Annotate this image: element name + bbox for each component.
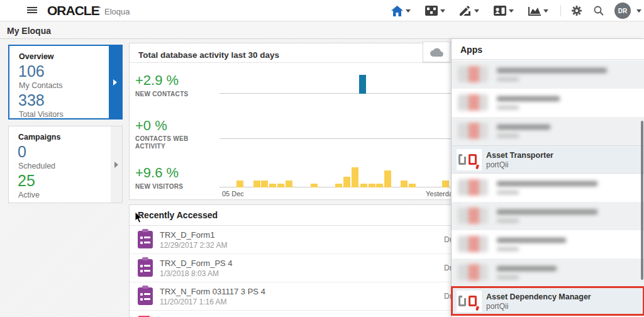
chevron-down-icon — [543, 9, 548, 13]
settings-gear-icon[interactable] — [568, 6, 586, 16]
overview-card[interactable]: Overview 106 My Contacts 338 Total Visit… — [8, 45, 123, 120]
x-axis-start-label: 05 Dec — [222, 190, 244, 197]
my-contacts-value[interactable]: 106 — [9, 61, 121, 79]
new-visitors-change: +9.6 % — [135, 165, 179, 181]
compose-icon — [460, 6, 472, 16]
app-name: Asset Transporter — [486, 151, 553, 160]
campaigns-expand-button[interactable] — [111, 126, 122, 203]
analytics-menu[interactable] — [523, 6, 553, 16]
cloud-icon — [430, 48, 443, 57]
chart-bar — [343, 177, 350, 187]
app-list-item-redacted[interactable] — [452, 117, 644, 145]
divider — [560, 5, 561, 16]
app-icon — [458, 236, 488, 252]
form-icon — [138, 231, 153, 248]
campaigns-card[interactable]: Campaigns 0 Scheduled 25 Active — [8, 126, 123, 203]
app-list-item-redacted[interactable] — [452, 89, 644, 117]
portqii-logo-icon — [457, 291, 482, 312]
item-timestamp: 1/3/2018 8:03 AM — [160, 269, 219, 278]
total-visitors-value[interactable]: 338 — [9, 90, 121, 108]
chart-bar — [401, 181, 408, 187]
chart-bar — [253, 181, 260, 187]
chart-bar — [384, 170, 391, 187]
app-vendor: portQii — [486, 302, 508, 311]
oracle-logo: ORACLE’ — [47, 3, 100, 18]
chart-bar — [335, 184, 342, 187]
app-icon — [458, 264, 488, 281]
home-icon — [391, 6, 403, 16]
web-activity-change: +0 % — [135, 118, 167, 134]
active-value[interactable]: 25 — [9, 170, 122, 189]
new-contacts-change: +2.9 % — [135, 72, 179, 89]
app-list-item-redacted[interactable] — [452, 202, 644, 230]
scheduled-label: Scheduled — [9, 160, 122, 170]
new-contacts-label: NEW CONTACTS — [135, 91, 214, 98]
cloud-sync-button[interactable] — [423, 42, 450, 62]
arrow-right-icon — [114, 162, 118, 168]
portqii-logo-icon — [457, 149, 482, 170]
product-name: Eloqua — [104, 7, 130, 16]
apps-list: Asset TransporterportQiiAsset Dependency… — [452, 60, 644, 315]
assets-menu[interactable] — [489, 6, 519, 16]
search-icon[interactable] — [590, 6, 608, 16]
compose-menu[interactable] — [455, 6, 484, 16]
item-name: TRX_D_Form_PS 4 — [160, 259, 233, 268]
app-icon — [458, 179, 488, 196]
total-visitors-label: Total Visitors — [9, 108, 121, 119]
chart-bar — [376, 184, 383, 187]
chart-bar — [277, 184, 284, 187]
form-icon — [138, 259, 153, 277]
campaigns-icon — [425, 6, 438, 16]
overview-expand-button[interactable] — [109, 46, 121, 118]
chart-bar — [352, 167, 358, 187]
scrollbar-thumb[interactable] — [641, 121, 643, 280]
page-title: My Eloqua — [0, 22, 644, 36]
home-menu[interactable] — [386, 6, 416, 16]
web-activity-label: CONTACTS WEB ACTIVITY — [135, 135, 214, 150]
active-label: Active — [9, 189, 122, 199]
item-timestamp: 11/20/2017 1:16 AM — [160, 298, 227, 306]
arrow-right-icon — [113, 79, 117, 86]
app-icon — [458, 66, 488, 82]
page-title-bar: My Eloqua — [0, 22, 644, 39]
chart-bar — [261, 181, 268, 187]
chevron-down-icon — [440, 9, 445, 13]
new-visitors-label: NEW VISITORS — [135, 183, 214, 191]
scheduled-value[interactable]: 0 — [9, 142, 122, 160]
chart-bar — [236, 181, 243, 187]
app-icon — [458, 208, 488, 224]
eloqua-dashboard: ORACLE’ Eloqua — [0, 0, 644, 317]
app-name: Asset Dependency Manager — [486, 292, 591, 301]
user-avatar[interactable]: DR — [614, 3, 631, 19]
form-icon — [138, 287, 153, 305]
app-list-item-redacted[interactable] — [452, 230, 644, 259]
app-vendor: portQii — [486, 160, 508, 169]
app-list-item-redacted[interactable] — [452, 259, 644, 287]
chart-bar — [369, 184, 375, 187]
apps-panel: Apps Asset TransporterportQiiAsset Depen… — [451, 39, 644, 317]
assets-icon — [494, 6, 506, 16]
chart-bar — [286, 181, 292, 187]
apps-panel-title: Apps — [452, 39, 644, 60]
app-list-item-redacted[interactable] — [452, 174, 644, 202]
chart-bar — [409, 184, 416, 187]
top-navbar: ORACLE’ Eloqua — [0, 0, 644, 21]
chart-bar — [360, 184, 367, 187]
menu-icon[interactable] — [27, 6, 37, 14]
app-icon — [458, 94, 488, 111]
app-list-item-asset-dependency-manager[interactable]: Asset Dependency ManagerportQii — [452, 287, 644, 315]
item-name: TRX_D_Form1 — [160, 230, 214, 240]
chevron-down-icon[interactable] — [636, 9, 641, 13]
my-contacts-label: My Contacts — [9, 79, 121, 90]
chevron-down-icon — [474, 9, 479, 13]
app-list-item-asset-transporter[interactable]: Asset TransporterportQii — [452, 145, 644, 174]
campaigns-title: Campaigns — [9, 126, 122, 142]
app-icon — [458, 123, 488, 139]
analytics-icon — [528, 6, 541, 16]
app-list-item-redacted[interactable] — [452, 60, 644, 89]
item-timestamp: 12/29/2017 2:32 AM — [160, 241, 227, 250]
chart-bar — [269, 184, 276, 187]
campaigns-menu[interactable] — [420, 6, 450, 16]
item-name: TRX_N_Form 031117 3 PS 4 — [160, 287, 265, 296]
chart-bar — [442, 181, 449, 187]
